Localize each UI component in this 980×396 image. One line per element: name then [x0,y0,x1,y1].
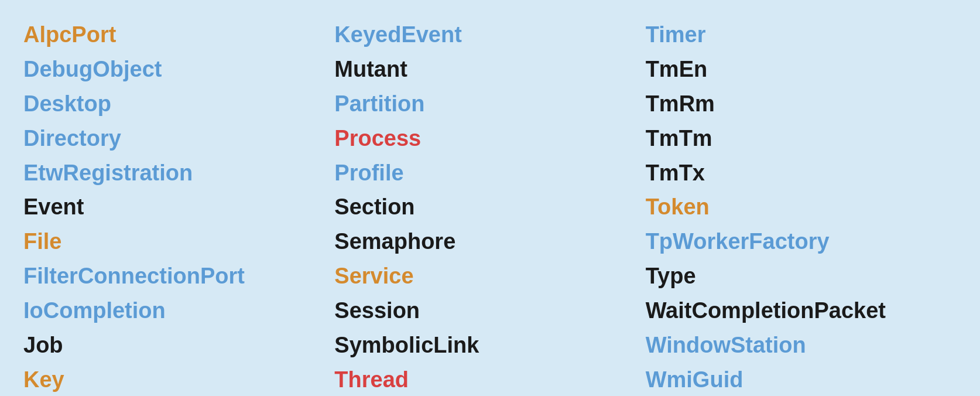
list-item: Process [334,121,645,156]
list-item: IoCompletion [23,293,334,328]
list-item: Timer [646,18,957,52]
column-1: AlpcPortDebugObjectDesktopDirectoryEtwRe… [23,18,334,396]
list-item: TpWorkerFactory [646,224,957,259]
list-item: Semaphore [334,224,645,259]
list-item: SymbolicLink [334,328,645,363]
list-item: Type [646,259,957,293]
list-item: WindowStation [646,328,957,363]
list-item: Profile [334,156,645,190]
list-item: TmTm [646,121,957,156]
list-item: TmRm [646,87,957,121]
list-item: Section [334,190,645,224]
list-item: Directory [23,121,334,156]
column-2: KeyedEventMutantPartitionProcessProfileS… [334,18,645,396]
list-item: WaitCompletionPacket [646,293,957,328]
list-item: Session [334,293,645,328]
list-item: Token [646,190,957,224]
list-item: Event [23,190,334,224]
list-item: AlpcPort [23,18,334,52]
list-item: Mutant [334,52,645,87]
list-item: WmiGuid [646,363,957,396]
list-item: KeyedEvent [334,18,645,52]
list-item: Service [334,259,645,293]
list-item: EtwRegistration [23,156,334,190]
list-item: TmTx [646,156,957,190]
list-item: Partition [334,87,645,121]
list-item: Key [23,363,334,396]
list-item: FilterConnectionPort [23,259,334,293]
list-item: Thread [334,363,645,396]
list-item: TmEn [646,52,957,87]
list-item: Desktop [23,87,334,121]
list-item: File [23,224,334,259]
main-content: AlpcPortDebugObjectDesktopDirectoryEtwRe… [23,18,957,396]
list-item: DebugObject [23,52,334,87]
column-3: TimerTmEnTmRmTmTmTmTxTokenTpWorkerFactor… [646,18,957,396]
list-item: Job [23,328,334,363]
